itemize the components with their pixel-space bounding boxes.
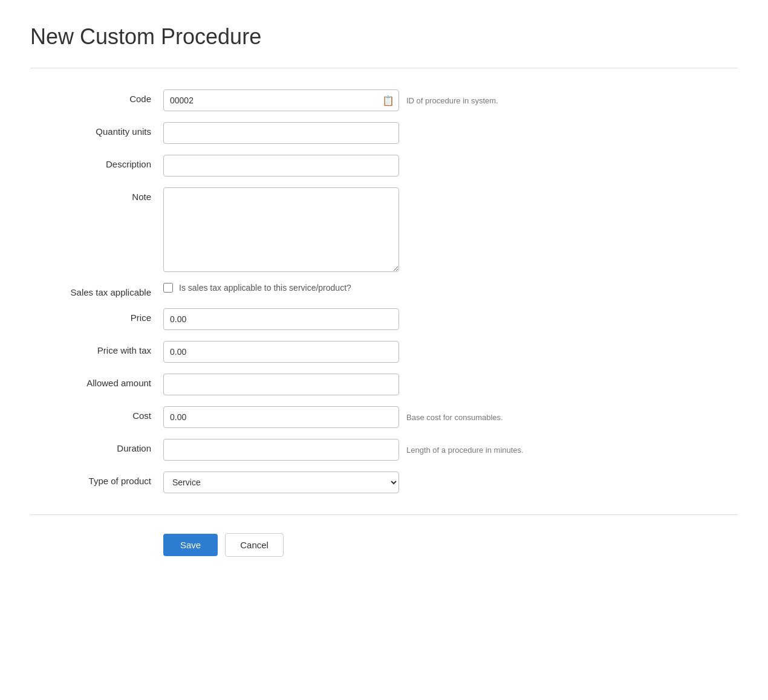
cost-row: Cost Base cost for consumables. [30, 406, 574, 428]
type-of-product-input-area: Service Product Drug [163, 472, 574, 493]
code-input-wrapper: 📋 [163, 89, 399, 111]
save-button[interactable]: Save [163, 534, 218, 556]
sales-tax-label: Sales tax applicable [30, 283, 163, 297]
price-with-tax-input[interactable] [163, 341, 399, 363]
sales-tax-checkbox[interactable] [163, 283, 173, 293]
form-container: Code 📋 ID of procedure in system. Quanti… [30, 89, 574, 493]
cancel-button[interactable]: Cancel [225, 533, 284, 557]
code-input[interactable] [163, 89, 399, 111]
code-hint: ID of procedure in system. [406, 96, 498, 105]
allowed-amount-row: Allowed amount [30, 374, 574, 395]
price-row: Price [30, 308, 574, 330]
quantity-units-label: Quantity units [30, 122, 163, 137]
price-with-tax-input-area [163, 341, 574, 363]
description-row: Description [30, 155, 574, 177]
allowed-amount-label: Allowed amount [30, 374, 163, 388]
quantity-units-row: Quantity units [30, 122, 574, 144]
duration-input[interactable] [163, 439, 399, 461]
code-lookup-icon[interactable]: 📋 [382, 95, 394, 106]
price-with-tax-label: Price with tax [30, 341, 163, 355]
allowed-amount-input-area [163, 374, 574, 395]
sales-tax-checkbox-label[interactable]: Is sales tax applicable to this service/… [179, 283, 351, 293]
duration-input-area: Length of a procedure in minutes. [163, 439, 574, 461]
sales-tax-checkbox-row: Is sales tax applicable to this service/… [163, 283, 351, 293]
type-of-product-select[interactable]: Service Product Drug [163, 472, 399, 493]
cost-hint: Base cost for consumables. [406, 413, 503, 422]
duration-row: Duration Length of a procedure in minute… [30, 439, 574, 461]
type-of-product-label: Type of product [30, 472, 163, 486]
type-of-product-row: Type of product Service Product Drug [30, 472, 574, 493]
price-input-area [163, 308, 574, 330]
note-label: Note [30, 187, 163, 202]
description-label: Description [30, 155, 163, 169]
code-input-area: 📋 ID of procedure in system. [163, 89, 574, 111]
allowed-amount-input[interactable] [163, 374, 399, 395]
page-container: New Custom Procedure Code 📋 ID of proced… [0, 0, 768, 700]
description-input-area [163, 155, 574, 177]
top-divider [30, 68, 738, 68]
cost-label: Cost [30, 406, 163, 421]
page-title: New Custom Procedure [30, 24, 738, 50]
cost-input[interactable] [163, 406, 399, 428]
note-input-area [163, 187, 574, 272]
description-input[interactable] [163, 155, 399, 177]
sales-tax-input-area: Is sales tax applicable to this service/… [163, 283, 574, 293]
quantity-units-input[interactable] [163, 122, 399, 144]
code-label: Code [30, 89, 163, 104]
cost-input-area: Base cost for consumables. [163, 406, 574, 428]
duration-hint: Length of a procedure in minutes. [406, 446, 524, 455]
price-with-tax-row: Price with tax [30, 341, 574, 363]
bottom-divider [30, 514, 738, 515]
quantity-units-input-area [163, 122, 574, 144]
note-textarea[interactable] [163, 187, 399, 272]
sales-tax-row: Sales tax applicable Is sales tax applic… [30, 283, 574, 297]
price-input[interactable] [163, 308, 399, 330]
duration-label: Duration [30, 439, 163, 453]
note-row: Note [30, 187, 574, 272]
code-row: Code 📋 ID of procedure in system. [30, 89, 574, 111]
buttons-row: Save Cancel [30, 533, 738, 557]
price-label: Price [30, 308, 163, 323]
